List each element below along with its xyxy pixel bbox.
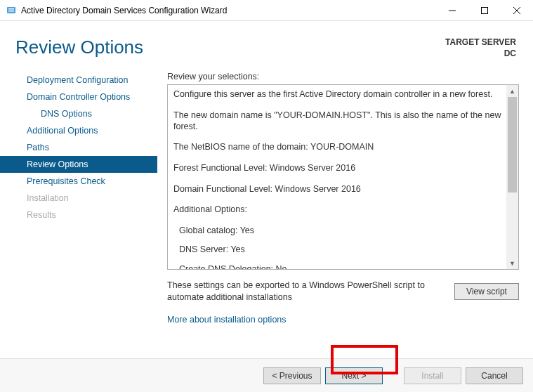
scrollbar[interactable]: ▲ ▼ [506, 85, 518, 269]
target-server-value: DC [445, 48, 516, 59]
review-line: Domain Functional Level: Windows Server … [173, 184, 502, 195]
scroll-thumb[interactable] [508, 97, 517, 192]
svg-rect-1 [8, 8, 14, 10]
wizard-footer: < Previous Next > Install Cancel [0, 358, 533, 392]
more-about-installation-link[interactable]: More about installation options [167, 315, 287, 325]
nav-results: Results [0, 207, 157, 223]
nav-domain-controller-options[interactable]: Domain Controller Options [0, 89, 157, 105]
review-subline: Create DNS Delegation: No [173, 264, 502, 269]
review-line: Configure this server as the first Activ… [173, 89, 502, 100]
title-bar: Active Directory Domain Services Configu… [0, 0, 533, 21]
cancel-button[interactable]: Cancel [466, 367, 523, 384]
nav-review-options[interactable]: Review Options [0, 156, 157, 173]
review-line: The new domain name is "YOUR-DOMAIN.HOST… [173, 110, 502, 132]
nav-paths[interactable]: Paths [0, 139, 157, 156]
svg-rect-0 [7, 7, 15, 13]
wizard-header: Review Options TARGET SERVER DC [0, 21, 533, 65]
minimize-button[interactable] [436, 0, 468, 20]
review-selections-box: Configure this server as the first Activ… [167, 84, 519, 270]
nav-deployment-configuration[interactable]: Deployment Configuration [0, 72, 157, 89]
target-server-block: TARGET SERVER DC [445, 37, 516, 59]
nav-additional-options[interactable]: Additional Options [0, 122, 157, 139]
scroll-up-icon[interactable]: ▲ [506, 85, 518, 97]
export-settings-text: These settings can be exported to a Wind… [167, 280, 454, 303]
view-script-button[interactable]: View script [454, 283, 519, 300]
review-subline: Global catalog: Yes [173, 226, 502, 237]
maximize-button[interactable] [468, 0, 501, 20]
close-button[interactable] [501, 0, 533, 20]
nav-dns-options[interactable]: DNS Options [0, 105, 157, 122]
wizard-nav: Deployment Configuration Domain Controll… [0, 65, 157, 325]
review-line: Forest Functional Level: Windows Server … [173, 163, 502, 174]
review-line: The NetBIOS name of the domain: YOUR-DOM… [173, 142, 502, 153]
page-title: Review Options [15, 37, 445, 58]
nav-installation: Installation [0, 190, 157, 207]
nav-prerequisites-check[interactable]: Prerequisites Check [0, 173, 157, 190]
next-button[interactable]: Next > [325, 367, 383, 384]
install-button: Install [404, 367, 461, 384]
window-title: Active Directory Domain Services Configu… [21, 6, 436, 15]
svg-rect-2 [8, 11, 14, 12]
svg-rect-4 [482, 7, 488, 13]
previous-button[interactable]: < Previous [263, 367, 321, 384]
app-icon [6, 5, 17, 16]
review-selections-text: Configure this server as the first Activ… [168, 85, 506, 269]
review-subline: DNS Server: Yes [173, 244, 502, 256]
target-server-label: TARGET SERVER [445, 37, 516, 48]
scroll-down-icon[interactable]: ▼ [506, 257, 518, 269]
review-line: Additional Options: [173, 204, 502, 216]
review-selections-label: Review your selections: [167, 72, 519, 81]
